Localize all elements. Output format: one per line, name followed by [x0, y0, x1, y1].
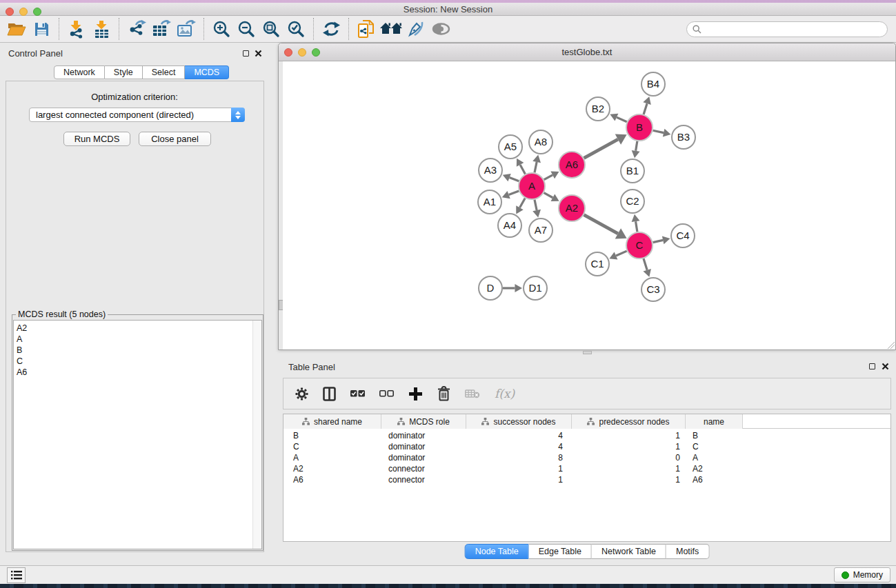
table-cell[interactable]: C — [686, 441, 743, 452]
mcds-result-item[interactable]: A6 — [14, 367, 261, 378]
import-network-button[interactable] — [64, 17, 89, 41]
zoom-out-button[interactable] — [234, 17, 259, 41]
graph-edge-B-B1[interactable] — [636, 141, 637, 151]
graph-node-A[interactable]: A — [519, 173, 545, 199]
duplicate-network-view-button[interactable] — [354, 17, 379, 41]
mcds-result-item[interactable]: C — [14, 356, 261, 367]
graph-edge-A6-B[interactable] — [584, 139, 618, 158]
refresh-button[interactable] — [319, 17, 344, 41]
table-cell[interactable]: 4 — [466, 430, 572, 441]
tab-edge-table[interactable]: Edge Table — [529, 544, 592, 559]
graph-edge-A-A6[interactable] — [544, 175, 553, 180]
table-cell[interactable]: A6 — [686, 474, 743, 485]
graph-edge-C-C3[interactable] — [644, 258, 647, 270]
graph-edge-A-A1[interactable] — [509, 191, 519, 195]
node-table[interactable]: shared nameMCDS rolesuccessor nodesprede… — [283, 414, 891, 542]
table-cell[interactable]: B — [283, 430, 381, 441]
table-cell[interactable]: 1 — [572, 474, 686, 485]
search-input[interactable] — [686, 21, 888, 37]
graph-node-C4[interactable]: C4 — [671, 224, 695, 247]
column-header-successor-nodes[interactable]: successor nodes — [466, 414, 572, 429]
close-table-panel-icon[interactable] — [882, 363, 889, 370]
graph-node-A5[interactable]: A5 — [499, 135, 522, 159]
open-session-button[interactable] — [4, 17, 29, 41]
graph-edge-A-A5[interactable] — [520, 165, 525, 174]
graph-node-B3[interactable]: B3 — [672, 125, 695, 149]
table-cell[interactable]: dominator — [381, 452, 466, 463]
table-options-gear-icon[interactable] — [295, 387, 308, 401]
table-cell[interactable]: 1 — [572, 430, 686, 441]
table-cell[interactable]: 4 — [466, 441, 572, 452]
float-table-panel-icon[interactable] — [869, 363, 875, 369]
graph-node-D[interactable]: D — [479, 276, 502, 300]
delete-entry-trash-icon[interactable] — [437, 386, 450, 401]
graph-node-A1[interactable]: A1 — [478, 190, 501, 214]
export-network-button[interactable] — [124, 17, 149, 41]
table-cell[interactable]: connector — [381, 474, 466, 485]
graph-node-C1[interactable]: C1 — [586, 252, 609, 276]
table-cell[interactable]: A2 — [283, 463, 381, 474]
save-session-button[interactable] — [29, 17, 54, 41]
export-table-button[interactable] — [149, 17, 174, 41]
table-cell[interactable]: 1 — [466, 463, 572, 474]
graph-edge-A-A7[interactable] — [535, 200, 537, 210]
graph-node-A8[interactable]: A8 — [529, 130, 552, 154]
mcds-result-item[interactable]: A — [14, 334, 261, 345]
zoom-fit-button[interactable] — [259, 17, 283, 41]
table-cell[interactable]: A — [686, 452, 743, 463]
task-history-button[interactable] — [7, 567, 26, 583]
graph-node-A2[interactable]: A2 — [559, 195, 585, 221]
graph-edge-A-A3[interactable] — [510, 178, 519, 181]
show-graphics-details-button[interactable] — [428, 17, 453, 41]
table-cell[interactable]: 1 — [572, 463, 686, 474]
table-row[interactable]: Bdominator41B — [283, 430, 890, 441]
graph-node-C2[interactable]: C2 — [621, 190, 644, 213]
close-panel-icon[interactable] — [255, 50, 262, 57]
graph-node-A7[interactable]: A7 — [529, 219, 552, 242]
graph-edge-A-A8[interactable] — [535, 162, 537, 172]
table-row[interactable]: Cdominator41C — [283, 441, 890, 452]
graph-node-B2[interactable]: B2 — [586, 97, 610, 121]
table-cell[interactable]: 0 — [572, 452, 686, 463]
criterion-dropdown[interactable]: largest connected component (directed) — [29, 108, 245, 122]
memory-button[interactable]: Memory — [834, 567, 890, 582]
graph-edge-B-B2[interactable] — [617, 117, 627, 122]
table-cell[interactable]: dominator — [381, 430, 466, 441]
table-cell[interactable]: connector — [381, 463, 466, 474]
zoom-selected-button[interactable] — [283, 17, 308, 41]
column-header-MCDS-role[interactable]: MCDS role — [381, 414, 466, 429]
float-panel-icon[interactable] — [243, 50, 249, 57]
home-button[interactable] — [379, 17, 404, 41]
import-table-button[interactable] — [89, 17, 114, 41]
insert-column-icon[interactable] — [323, 387, 336, 401]
column-header-name[interactable]: name — [686, 414, 743, 429]
column-header-shared-name[interactable]: shared name — [283, 414, 381, 429]
run-mcds-button[interactable]: Run MCDS — [63, 132, 130, 146]
network-graph[interactable]: B4B2BB3A8A5A6A3B1AA1C2A2A4A7C4CC1C3DD1 — [283, 61, 895, 350]
graph-edge-A2-C[interactable] — [584, 215, 618, 234]
graph-node-B[interactable]: B — [626, 114, 653, 141]
network-canvas[interactable]: B4B2BB3A8A5A6A3B1AA1C2A2A4A7C4CC1C3DD1 — [283, 61, 895, 349]
add-entry-plus-icon[interactable] — [408, 387, 423, 401]
graph-node-A4[interactable]: A4 — [498, 214, 521, 237]
graph-node-A6[interactable]: A6 — [559, 152, 585, 178]
zoom-in-button[interactable] — [209, 17, 234, 41]
network-window-titlebar[interactable]: testGlobe.txt — [279, 43, 895, 61]
table-cell[interactable]: A2 — [686, 463, 743, 474]
graph-node-C3[interactable]: C3 — [641, 278, 665, 301]
unselect-all-icon[interactable] — [379, 390, 394, 397]
network-bottom-scrollbar-thumb[interactable] — [583, 351, 592, 354]
graph-edge-B-B4[interactable] — [644, 103, 647, 114]
tab-style[interactable]: Style — [105, 65, 143, 79]
hide-annotations-button[interactable] — [404, 17, 428, 41]
mcds-result-item[interactable]: A2 — [14, 323, 261, 334]
graph-edge-C-C4[interactable] — [653, 240, 664, 242]
tab-select[interactable]: Select — [143, 65, 186, 79]
graph-node-C[interactable]: C — [626, 232, 653, 258]
table-row[interactable]: Adominator80A — [283, 452, 890, 463]
graph-edge-C-C1[interactable] — [616, 251, 627, 256]
graph-node-B1[interactable]: B1 — [621, 159, 644, 183]
tab-network-table[interactable]: Network Table — [592, 544, 666, 559]
column-header-predecessor-nodes[interactable]: predecessor nodes — [572, 414, 686, 429]
close-panel-button[interactable]: Close panel — [139, 132, 211, 146]
